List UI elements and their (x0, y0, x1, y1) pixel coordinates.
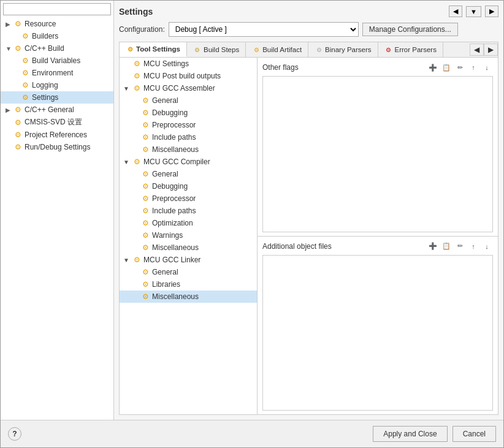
settings-tree-item-mcu-gcc-compiler[interactable]: ▼⚙MCU GCC Compiler (120, 156, 257, 168)
apply-and-close-button[interactable]: Apply and Close (373, 426, 447, 442)
settings-tree-item-compiler-miscellaneous[interactable]: ⚙Miscellaneous (120, 241, 257, 254)
arrow-icon: ▼ (123, 85, 132, 92)
settings-tree-icon: ⚙ (140, 292, 150, 302)
other-flags-down-btn[interactable]: ↓ (481, 61, 493, 74)
settings-tree-item-mcu-gcc-linker[interactable]: ▼⚙MCU GCC Linker (120, 254, 257, 266)
settings-tree-item-assembler-preprocessor[interactable]: ⚙Preprocessor (120, 119, 257, 131)
cancel-button[interactable]: Cancel (452, 426, 496, 442)
settings-tree: ⚙MCU Settings ⚙MCU Post build outputs▼⚙M… (120, 58, 258, 414)
settings-tree-item-compiler-optimization[interactable]: ⚙Optimization (120, 217, 257, 229)
tree-item-icon: ⚙ (13, 142, 23, 152)
other-flags-edit-btn[interactable]: ✏ (454, 61, 466, 74)
tree-item-icon: ⚙ (20, 56, 30, 66)
other-flags-add-ws-btn[interactable]: 📋 (440, 61, 452, 74)
settings-tree-item-compiler-debugging[interactable]: ⚙Debugging (120, 180, 257, 192)
tab-nav-left-btn[interactable]: ◀ (470, 44, 484, 56)
other-flags-add-btn[interactable]: ➕ (427, 61, 439, 74)
tab-icon-tool-settings: ⚙ (126, 45, 134, 53)
settings-tree-item-compiler-include-paths[interactable]: ⚙Include paths (120, 205, 257, 217)
left-tree-item-settings[interactable]: ⚙Settings (1, 91, 113, 104)
arrow-placeholder (6, 132, 13, 139)
tab-icon-build-steps: ⚙ (193, 45, 202, 54)
settings-tree-item-compiler-warnings[interactable]: ⚙Warnings (120, 229, 257, 241)
left-tree: ▶⚙Resource ⚙Builders▼⚙C/C++ Build ⚙Build… (1, 18, 113, 153)
settings-tree-item-mcu-gcc-assembler[interactable]: ▼⚙MCU GCC Assembler (120, 82, 257, 94)
configuration-select[interactable]: Debug [ Active ] (169, 22, 359, 37)
additional-obj-tools: ➕ 📋 ✏ ↑ ↓ (427, 240, 493, 252)
settings-tree-icon: ⚙ (140, 181, 150, 191)
left-tree-item-environment[interactable]: ⚙Environment (1, 67, 113, 79)
other-flags-label: Other flags (262, 63, 299, 72)
left-tree-item-project-references[interactable]: ⚙Project References (1, 129, 113, 141)
nav-dropdown-btn[interactable]: ▼ (466, 6, 481, 17)
tab-build-artifact[interactable]: ⚙Build Artifact (246, 42, 308, 57)
settings-title: Settings (119, 7, 153, 17)
left-tree-item-cmsis-svd[interactable]: ⚙CMSIS-SVD 设置 (1, 116, 113, 129)
additional-obj-down-btn[interactable]: ↓ (481, 240, 493, 252)
arrow-placeholder (13, 58, 20, 64)
nav-forward-btn[interactable]: ▶ (485, 6, 498, 17)
additional-obj-add-btn[interactable]: ➕ (427, 240, 439, 252)
tree-item-icon: ⚙ (20, 93, 30, 102)
settings-tree-item-assembler-debugging[interactable]: ⚙Debugging (120, 107, 257, 119)
tab-tool-settings[interactable]: ⚙Tool Settings (120, 42, 187, 57)
left-tree-item-cpp-build[interactable]: ▼⚙C/C++ Build (1, 42, 113, 55)
settings-tree-icon: ⚙ (140, 108, 150, 118)
other-flags-up-btn[interactable]: ↑ (467, 61, 479, 74)
arrow-icon: ▼ (123, 257, 132, 264)
arrow-placeholder (123, 73, 132, 80)
tree-item-icon: ⚙ (20, 80, 30, 90)
settings-tree-label: Optimization (152, 219, 193, 227)
main-content-area: ⚙MCU Settings ⚙MCU Post build outputs▼⚙M… (119, 57, 498, 415)
tab-binary-parsers[interactable]: ⚙Binary Parsers (308, 42, 378, 57)
settings-tree-label: General (152, 96, 178, 105)
arrow-icon: ▼ (123, 159, 132, 165)
tree-item-label: Environment (32, 69, 73, 77)
tree-item-label: Build Variables (32, 56, 80, 65)
arrow-placeholder (13, 33, 20, 40)
settings-tree-item-mcu-settings[interactable]: ⚙MCU Settings (120, 58, 257, 70)
settings-tree-label: Miscellaneous (152, 145, 199, 154)
settings-tree-label: Debugging (152, 108, 188, 117)
settings-tree-item-assembler-general[interactable]: ⚙General (120, 94, 257, 107)
help-button[interactable]: ? (8, 427, 21, 441)
left-tree-item-resource[interactable]: ▶⚙Resource (1, 18, 113, 30)
additional-obj-up-btn[interactable]: ↑ (467, 240, 479, 252)
tab-nav-right-btn[interactable]: ▶ (484, 44, 498, 56)
arrow-placeholder (132, 110, 140, 116)
tab-error-parsers[interactable]: ⚙Error Parsers (378, 42, 443, 57)
tree-item-icon: ⚙ (13, 118, 23, 127)
additional-obj-edit-btn[interactable]: ✏ (454, 240, 466, 252)
left-tree-item-logging[interactable]: ⚙Logging (1, 79, 113, 91)
settings-tree-item-linker-miscellaneous[interactable]: ⚙Miscellaneous (120, 290, 257, 303)
settings-tree-icon: ⚙ (140, 206, 150, 216)
settings-tree-label: MCU GCC Compiler (143, 158, 210, 166)
search-input[interactable] (3, 3, 111, 15)
manage-configurations-button[interactable]: Manage Configurations... (362, 23, 458, 36)
left-tree-item-builders[interactable]: ⚙Builders (1, 30, 113, 42)
settings-tree-icon: ⚙ (140, 194, 150, 203)
arrow-placeholder (132, 146, 140, 153)
settings-tree-icon: ⚙ (132, 157, 142, 167)
tab-build-steps[interactable]: ⚙Build Steps (187, 42, 246, 57)
settings-tree-icon: ⚙ (132, 59, 142, 69)
settings-tree-item-mcu-post-build[interactable]: ⚙MCU Post build outputs (120, 70, 257, 82)
settings-tree-item-linker-libraries[interactable]: ⚙Libraries (120, 278, 257, 290)
settings-tree-item-compiler-general[interactable]: ⚙General (120, 168, 257, 180)
left-tree-item-run-debug[interactable]: ⚙Run/Debug Settings (1, 141, 113, 153)
arrow-placeholder (132, 245, 140, 251)
settings-detail-panel: Other flags ➕ 📋 ✏ ↑ ↓ (258, 58, 498, 414)
nav-back-btn[interactable]: ◀ (449, 6, 462, 17)
tree-item-label: Run/Debug Settings (25, 143, 90, 151)
settings-tree-item-compiler-preprocessor[interactable]: ⚙Preprocessor (120, 192, 257, 205)
additional-obj-add-ws-btn[interactable]: 📋 (440, 240, 452, 252)
settings-tree-item-assembler-include-paths[interactable]: ⚙Include paths (120, 131, 257, 143)
left-tree-item-build-variables[interactable]: ⚙Build Variables (1, 55, 113, 67)
tree-item-icon: ⚙ (20, 68, 30, 78)
settings-tree-label: General (152, 268, 178, 276)
arrow-placeholder (132, 281, 140, 288)
settings-tree-item-assembler-miscellaneous[interactable]: ⚙Miscellaneous (120, 143, 257, 156)
left-tree-item-cpp-general[interactable]: ▶⚙C/C++ General (1, 104, 113, 116)
settings-tree-label: MCU Settings (143, 59, 189, 68)
settings-tree-item-linker-general[interactable]: ⚙General (120, 266, 257, 278)
